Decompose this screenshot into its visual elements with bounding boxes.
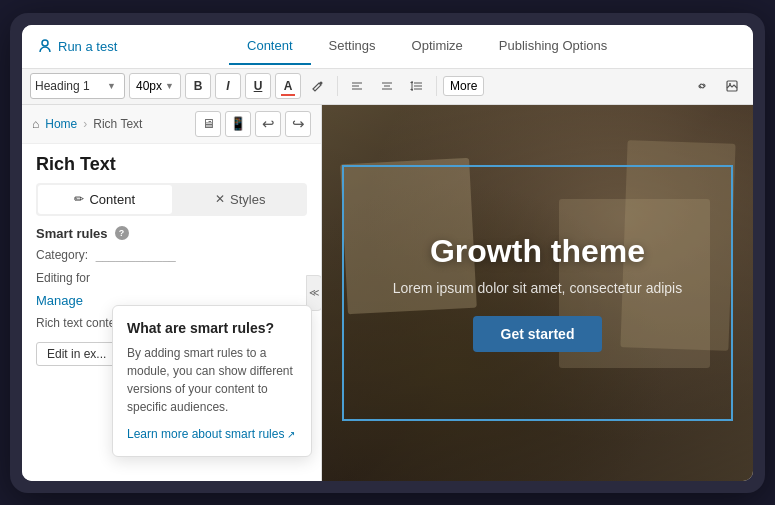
- tab-content[interactable]: Content: [229, 28, 311, 65]
- tab-styles-button[interactable]: ✕ Styles: [174, 183, 308, 216]
- run-test-label: Run a test: [58, 39, 117, 54]
- tab-content-button[interactable]: ✏ Content: [38, 185, 172, 214]
- chevron-left-icon: ≪: [309, 287, 319, 298]
- breadcrumb-home-link[interactable]: Home: [45, 117, 77, 131]
- screen: Run a test Content Settings Optimize Pub…: [22, 25, 753, 481]
- styles-tab-label: Styles: [230, 192, 265, 207]
- category-field: Category: ____________: [36, 247, 307, 262]
- person-icon: [38, 39, 52, 53]
- editing-for-field: Editing for: [36, 270, 307, 285]
- heading-select[interactable]: Heading 1: [30, 73, 125, 99]
- mobile-view-button[interactable]: 📱: [225, 111, 251, 137]
- tab-optimize[interactable]: Optimize: [394, 28, 481, 65]
- tab-publishing[interactable]: Publishing Options: [481, 28, 625, 65]
- nav-tabs: Content Settings Optimize Publishing Opt…: [229, 28, 625, 65]
- info-icon[interactable]: ?: [115, 226, 129, 240]
- bold-button[interactable]: B: [185, 73, 211, 99]
- editor-toolbar: Heading 1 40px ▼ B I U A: [22, 69, 753, 105]
- toolbar-divider-2: [436, 76, 437, 96]
- sidebar-header-bar: ⌂ Home › Rich Text 🖥 📱 ↩ ↪: [22, 105, 321, 144]
- more-button[interactable]: More: [443, 76, 484, 96]
- manage-link[interactable]: Manage: [36, 293, 83, 308]
- heading-select-label: Heading 1: [35, 79, 90, 93]
- undo-button[interactable]: ↩: [255, 111, 281, 137]
- preview-area: Growth theme Lorem ipsum dolor sit amet,…: [322, 105, 753, 481]
- device-frame: Run a test Content Settings Optimize Pub…: [10, 13, 765, 493]
- sidebar-title: Rich Text: [22, 144, 321, 183]
- svg-point-0: [42, 40, 48, 46]
- smart-rules-label: Smart rules: [36, 226, 108, 241]
- svg-point-1: [320, 82, 323, 85]
- tab-row: ✏ Content ✕ Styles: [36, 183, 307, 216]
- sidebar: ⌂ Home › Rich Text 🖥 📱 ↩ ↪ ≪: [22, 105, 322, 481]
- font-color-button[interactable]: A: [275, 73, 301, 99]
- top-navigation: Run a test Content Settings Optimize Pub…: [22, 25, 753, 69]
- desktop-view-button[interactable]: 🖥: [195, 111, 221, 137]
- tooltip-text: By adding smart rules to a module, you c…: [127, 344, 297, 416]
- font-size-select[interactable]: 40px ▼: [129, 73, 181, 99]
- preview-subtitle: Lorem ipsum dolor sit amet, consectetur …: [363, 280, 712, 296]
- preview-cta-button[interactable]: Get started: [473, 316, 603, 352]
- x-icon: ✕: [215, 192, 225, 206]
- category-label: Category:: [36, 248, 88, 262]
- toolbar-divider-1: [337, 76, 338, 96]
- breadcrumb: ⌂ Home › Rich Text: [32, 117, 142, 131]
- tab-settings[interactable]: Settings: [311, 28, 394, 65]
- content-tab-label: Content: [89, 192, 135, 207]
- home-icon: ⌂: [32, 117, 39, 131]
- breadcrumb-current: Rich Text: [93, 117, 142, 131]
- image-icon-button[interactable]: [719, 73, 745, 99]
- edit-in-button[interactable]: Edit in ex...: [36, 342, 117, 366]
- run-test-button[interactable]: Run a test: [38, 39, 117, 54]
- brush-icon-button[interactable]: [305, 73, 331, 99]
- editing-for-label: Editing for: [36, 271, 90, 285]
- breadcrumb-separator: ›: [83, 117, 87, 131]
- category-value: ____________: [96, 248, 176, 262]
- smart-rules-tooltip: What are smart rules? By adding smart ru…: [112, 305, 312, 457]
- line-spacing-button[interactable]: [404, 73, 430, 99]
- preview-heading: Growth theme: [410, 233, 665, 270]
- tooltip-title: What are smart rules?: [127, 320, 297, 336]
- sidebar-controls: 🖥 📱 ↩ ↪: [195, 111, 311, 137]
- font-size-label: 40px: [136, 79, 162, 93]
- chain-icon-button[interactable]: [689, 73, 715, 99]
- align-left-button[interactable]: [344, 73, 370, 99]
- italic-button[interactable]: I: [215, 73, 241, 99]
- redo-button[interactable]: ↪: [285, 111, 311, 137]
- tooltip-link[interactable]: Learn more about smart rules: [127, 427, 295, 441]
- align-center-button[interactable]: [374, 73, 400, 99]
- main-area: ⌂ Home › Rich Text 🖥 📱 ↩ ↪ ≪: [22, 105, 753, 481]
- font-color-label: A: [284, 79, 293, 93]
- underline-button[interactable]: U: [245, 73, 271, 99]
- pencil-icon: ✏: [74, 192, 84, 206]
- smart-rules-section: Smart rules ?: [36, 226, 307, 241]
